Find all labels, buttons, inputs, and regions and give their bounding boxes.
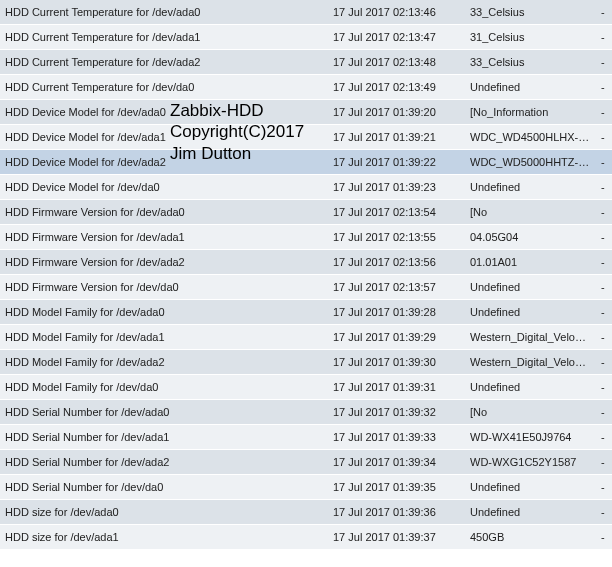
change-cell: - <box>596 375 612 400</box>
change-cell: - <box>596 325 612 350</box>
timestamp-cell: 17 Jul 2017 02:13:54 <box>328 200 465 225</box>
change-cell: - <box>596 25 612 50</box>
item-name-cell: HDD Model Family for /dev/ada0 <box>0 300 328 325</box>
value-cell: [No_Information <box>465 100 596 125</box>
item-name-cell: HDD Firmware Version for /dev/ada0 <box>0 200 328 225</box>
change-cell: - <box>596 200 612 225</box>
timestamp-cell: 17 Jul 2017 02:13:48 <box>328 50 465 75</box>
change-cell: - <box>596 300 612 325</box>
table-row[interactable]: HDD Serial Number for /dev/da017 Jul 201… <box>0 475 612 500</box>
change-cell: - <box>596 425 612 450</box>
item-name-cell: HDD Serial Number for /dev/da0 <box>0 475 328 500</box>
item-name-cell: HDD Current Temperature for /dev/ada0 <box>0 0 328 25</box>
timestamp-cell: 17 Jul 2017 01:39:31 <box>328 375 465 400</box>
table-row[interactable]: HDD Device Model for /dev/ada217 Jul 201… <box>0 150 612 175</box>
value-cell: WDC_WD4500HLHX-01J… <box>465 125 596 150</box>
table-row[interactable]: HDD Serial Number for /dev/ada217 Jul 20… <box>0 450 612 475</box>
change-cell: - <box>596 150 612 175</box>
timestamp-cell: 17 Jul 2017 02:13:49 <box>328 75 465 100</box>
timestamp-cell: 17 Jul 2017 01:39:20 <box>328 100 465 125</box>
change-cell: - <box>596 0 612 25</box>
table-row[interactable]: HDD Device Model for /dev/ada117 Jul 201… <box>0 125 612 150</box>
table-row[interactable]: HDD Model Family for /dev/ada017 Jul 201… <box>0 300 612 325</box>
change-cell: - <box>596 250 612 275</box>
value-cell: 01.01A01 <box>465 250 596 275</box>
change-cell: - <box>596 175 612 200</box>
value-cell: WD-WX41E50J9764 <box>465 425 596 450</box>
table-row[interactable]: HDD Model Family for /dev/ada217 Jul 201… <box>0 350 612 375</box>
value-cell: Undefined <box>465 475 596 500</box>
value-cell: Undefined <box>465 175 596 200</box>
item-name-cell: HDD Device Model for /dev/ada1 <box>0 125 328 150</box>
timestamp-cell: 17 Jul 2017 02:13:46 <box>328 0 465 25</box>
timestamp-cell: 17 Jul 2017 01:39:22 <box>328 150 465 175</box>
table-row[interactable]: HDD Current Temperature for /dev/ada217 … <box>0 50 612 75</box>
table-row[interactable]: HDD Current Temperature for /dev/ada017 … <box>0 0 612 25</box>
change-cell: - <box>596 275 612 300</box>
item-name-cell: HDD Model Family for /dev/ada1 <box>0 325 328 350</box>
timestamp-cell: 17 Jul 2017 02:13:55 <box>328 225 465 250</box>
table-row[interactable]: HDD Model Family for /dev/da017 Jul 2017… <box>0 375 612 400</box>
hdd-data-table: HDD Current Temperature for /dev/ada017 … <box>0 0 612 550</box>
timestamp-cell: 17 Jul 2017 02:13:56 <box>328 250 465 275</box>
item-name-cell: HDD Serial Number for /dev/ada0 <box>0 400 328 425</box>
item-name-cell: HDD Device Model for /dev/ada2 <box>0 150 328 175</box>
timestamp-cell: 17 Jul 2017 01:39:30 <box>328 350 465 375</box>
change-cell: - <box>596 100 612 125</box>
change-cell: - <box>596 450 612 475</box>
table-row[interactable]: HDD Device Model for /dev/da017 Jul 2017… <box>0 175 612 200</box>
value-cell: Western_Digital_VelociRa… <box>465 350 596 375</box>
table-row[interactable]: HDD Firmware Version for /dev/ada017 Jul… <box>0 200 612 225</box>
change-cell: - <box>596 475 612 500</box>
table-row[interactable]: HDD Serial Number for /dev/ada117 Jul 20… <box>0 425 612 450</box>
table-row[interactable]: HDD Firmware Version for /dev/ada117 Jul… <box>0 225 612 250</box>
timestamp-cell: 17 Jul 2017 01:39:28 <box>328 300 465 325</box>
table-row[interactable]: HDD size for /dev/ada117 Jul 2017 01:39:… <box>0 525 612 550</box>
item-name-cell: HDD size for /dev/ada0 <box>0 500 328 525</box>
timestamp-cell: 17 Jul 2017 01:39:33 <box>328 425 465 450</box>
item-name-cell: HDD Model Family for /dev/ada2 <box>0 350 328 375</box>
table-row[interactable]: HDD size for /dev/ada017 Jul 2017 01:39:… <box>0 500 612 525</box>
timestamp-cell: 17 Jul 2017 01:39:23 <box>328 175 465 200</box>
item-name-cell: HDD Firmware Version for /dev/da0 <box>0 275 328 300</box>
value-cell: Undefined <box>465 375 596 400</box>
value-cell: Undefined <box>465 300 596 325</box>
change-cell: - <box>596 350 612 375</box>
table-row[interactable]: HDD Current Temperature for /dev/da017 J… <box>0 75 612 100</box>
value-cell: WDC_WD5000HHTZ-04N… <box>465 150 596 175</box>
value-cell: Undefined <box>465 500 596 525</box>
item-name-cell: HDD Device Model for /dev/da0 <box>0 175 328 200</box>
item-name-cell: HDD Current Temperature for /dev/da0 <box>0 75 328 100</box>
timestamp-cell: 17 Jul 2017 01:39:34 <box>328 450 465 475</box>
item-name-cell: HDD Current Temperature for /dev/ada1 <box>0 25 328 50</box>
timestamp-cell: 17 Jul 2017 02:13:47 <box>328 25 465 50</box>
table-row[interactable]: HDD Current Temperature for /dev/ada117 … <box>0 25 612 50</box>
value-cell: Undefined <box>465 75 596 100</box>
table-row[interactable]: HDD Firmware Version for /dev/da017 Jul … <box>0 275 612 300</box>
value-cell: 04.05G04 <box>465 225 596 250</box>
timestamp-cell: 17 Jul 2017 01:39:32 <box>328 400 465 425</box>
item-name-cell: HDD Firmware Version for /dev/ada1 <box>0 225 328 250</box>
item-name-cell: HDD Device Model for /dev/ada0 <box>0 100 328 125</box>
table-row[interactable]: HDD Serial Number for /dev/ada017 Jul 20… <box>0 400 612 425</box>
item-name-cell: HDD Firmware Version for /dev/ada2 <box>0 250 328 275</box>
timestamp-cell: 17 Jul 2017 01:39:36 <box>328 500 465 525</box>
value-cell: Undefined <box>465 275 596 300</box>
timestamp-cell: 17 Jul 2017 01:39:35 <box>328 475 465 500</box>
table-row[interactable]: HDD Device Model for /dev/ada017 Jul 201… <box>0 100 612 125</box>
item-name-cell: HDD Serial Number for /dev/ada2 <box>0 450 328 475</box>
item-name-cell: HDD size for /dev/ada1 <box>0 525 328 550</box>
timestamp-cell: 17 Jul 2017 01:39:29 <box>328 325 465 350</box>
timestamp-cell: 17 Jul 2017 02:13:57 <box>328 275 465 300</box>
value-cell: 450GB <box>465 525 596 550</box>
change-cell: - <box>596 125 612 150</box>
value-cell: WD-WXG1C52Y1587 <box>465 450 596 475</box>
value-cell: Western_Digital_VelociRa… <box>465 325 596 350</box>
table-row[interactable]: HDD Firmware Version for /dev/ada217 Jul… <box>0 250 612 275</box>
item-name-cell: HDD Serial Number for /dev/ada1 <box>0 425 328 450</box>
value-cell: 33_Celsius <box>465 0 596 25</box>
value-cell: 31_Celsius <box>465 25 596 50</box>
table-row[interactable]: HDD Model Family for /dev/ada117 Jul 201… <box>0 325 612 350</box>
change-cell: - <box>596 225 612 250</box>
value-cell: 33_Celsius <box>465 50 596 75</box>
